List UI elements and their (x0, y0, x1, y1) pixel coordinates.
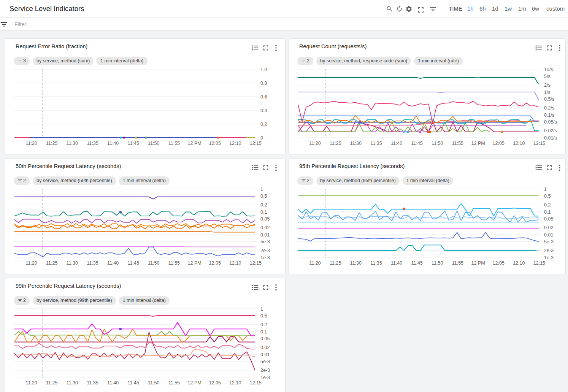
svg-text:5e-3: 5e-3 (260, 239, 270, 244)
svg-text:11:35: 11:35 (370, 260, 382, 266)
svg-text:0.2/s: 0.2/s (544, 105, 554, 111)
svg-text:5e-3: 5e-3 (260, 359, 270, 364)
svg-text:11:55: 11:55 (168, 380, 180, 386)
svg-text:12:10: 12:10 (513, 260, 525, 266)
svg-text:11:25: 11:25 (46, 141, 57, 146)
svg-text:5e-3: 5e-3 (544, 239, 554, 244)
svg-text:2e-3: 2e-3 (260, 368, 270, 373)
svg-text:11:30: 11:30 (67, 141, 78, 146)
svg-text:1: 1 (260, 187, 263, 192)
svg-text:0.01: 0.01 (544, 232, 553, 238)
svg-text:11:30: 11:30 (67, 380, 78, 386)
svg-text:0.1: 0.1 (544, 209, 551, 215)
svg-text:12 PM: 12 PM (471, 141, 485, 146)
svg-text:12 PM: 12 PM (188, 260, 201, 266)
svg-text:11:50: 11:50 (148, 380, 159, 386)
svg-text:0.5: 0.5 (260, 313, 267, 319)
svg-text:12:10: 12:10 (229, 260, 241, 266)
svg-text:0.02/s: 0.02/s (544, 128, 557, 133)
svg-text:0.02: 0.02 (544, 225, 553, 230)
svg-text:12:15: 12:15 (533, 260, 545, 266)
svg-text:0.02: 0.02 (260, 345, 270, 350)
svg-text:11:30: 11:30 (67, 260, 78, 266)
svg-text:0.01: 0.01 (260, 232, 270, 238)
svg-text:11:20: 11:20 (25, 141, 37, 146)
svg-text:12:10: 12:10 (229, 141, 241, 146)
svg-text:0.5: 0.5 (260, 194, 267, 199)
svg-text:0.01/s: 0.01/s (544, 135, 557, 141)
svg-text:0.05: 0.05 (544, 216, 553, 222)
svg-text:11:25: 11:25 (330, 141, 341, 146)
svg-text:0: 0 (260, 135, 263, 141)
svg-text:0.1/s: 0.1/s (544, 113, 554, 118)
svg-text:11:20: 11:20 (309, 260, 320, 266)
svg-text:11:25: 11:25 (330, 260, 341, 266)
svg-text:0.6: 0.6 (260, 94, 267, 100)
svg-text:11:50: 11:50 (148, 260, 159, 266)
svg-text:0.5: 0.5 (544, 194, 551, 199)
svg-text:11:35: 11:35 (87, 260, 98, 266)
svg-text:12:05: 12:05 (209, 380, 221, 386)
svg-text:12:10: 12:10 (513, 141, 525, 146)
svg-text:1e-3: 1e-3 (260, 375, 270, 380)
svg-text:1e-3: 1e-3 (544, 255, 554, 260)
svg-text:11:40: 11:40 (391, 260, 402, 266)
svg-text:11:45: 11:45 (411, 141, 423, 146)
svg-text:12:10: 12:10 (229, 380, 241, 386)
svg-text:12 PM: 12 PM (471, 260, 485, 266)
svg-text:11:35: 11:35 (87, 141, 98, 146)
svg-text:0.05: 0.05 (260, 216, 270, 222)
svg-text:12:15: 12:15 (250, 260, 262, 266)
svg-text:11:40: 11:40 (107, 380, 119, 386)
svg-text:1: 1 (260, 306, 263, 312)
svg-text:0.2: 0.2 (260, 122, 267, 127)
svg-text:0.02: 0.02 (260, 225, 270, 230)
svg-text:11:25: 11:25 (46, 260, 57, 266)
svg-text:11:45: 11:45 (411, 260, 423, 266)
svg-text:1: 1 (544, 187, 547, 192)
svg-text:0.1: 0.1 (260, 329, 267, 335)
svg-text:11:55: 11:55 (168, 141, 180, 146)
svg-text:0.5/s: 0.5/s (544, 97, 554, 102)
svg-text:11:45: 11:45 (128, 260, 139, 266)
svg-text:1.0: 1.0 (260, 67, 267, 72)
svg-text:12:05: 12:05 (493, 141, 505, 146)
svg-text:0.01: 0.01 (260, 352, 270, 357)
svg-text:12:15: 12:15 (250, 380, 262, 386)
svg-text:0.05/s: 0.05/s (544, 119, 557, 125)
svg-text:12:05: 12:05 (209, 141, 221, 146)
svg-text:1/s: 1/s (544, 90, 551, 95)
svg-text:11:50: 11:50 (432, 141, 443, 146)
svg-text:0.8: 0.8 (260, 81, 267, 86)
svg-text:11:40: 11:40 (107, 141, 119, 146)
svg-text:11:20: 11:20 (309, 141, 320, 146)
svg-text:11:35: 11:35 (370, 141, 382, 146)
svg-text:11:20: 11:20 (25, 380, 37, 386)
svg-text:2/s: 2/s (544, 83, 551, 88)
svg-text:11:50: 11:50 (432, 260, 443, 266)
svg-text:11:40: 11:40 (107, 260, 119, 266)
svg-text:11:55: 11:55 (452, 141, 463, 146)
svg-text:2e-3: 2e-3 (544, 248, 554, 253)
svg-text:12:05: 12:05 (209, 260, 221, 266)
svg-text:11:30: 11:30 (350, 141, 362, 146)
svg-text:0.2: 0.2 (260, 202, 267, 208)
svg-text:0.1: 0.1 (260, 209, 267, 215)
svg-text:2e-3: 2e-3 (260, 248, 270, 253)
svg-text:11:20: 11:20 (25, 260, 37, 266)
svg-text:11:25: 11:25 (46, 380, 57, 386)
svg-text:11:35: 11:35 (87, 380, 98, 386)
svg-text:0.2: 0.2 (260, 322, 267, 327)
svg-text:5/s: 5/s (544, 74, 551, 79)
svg-text:11:50: 11:50 (148, 141, 159, 146)
svg-text:12:15: 12:15 (250, 141, 262, 146)
svg-text:0.05: 0.05 (260, 336, 270, 341)
svg-text:12:05: 12:05 (493, 260, 505, 266)
svg-text:11:55: 11:55 (168, 260, 180, 266)
svg-text:0.4: 0.4 (260, 108, 267, 113)
svg-text:11:40: 11:40 (391, 141, 402, 146)
svg-text:10/s: 10/s (544, 67, 553, 72)
svg-text:11:55: 11:55 (452, 260, 463, 266)
svg-text:0.2: 0.2 (544, 202, 551, 208)
svg-text:11:45: 11:45 (128, 141, 139, 146)
